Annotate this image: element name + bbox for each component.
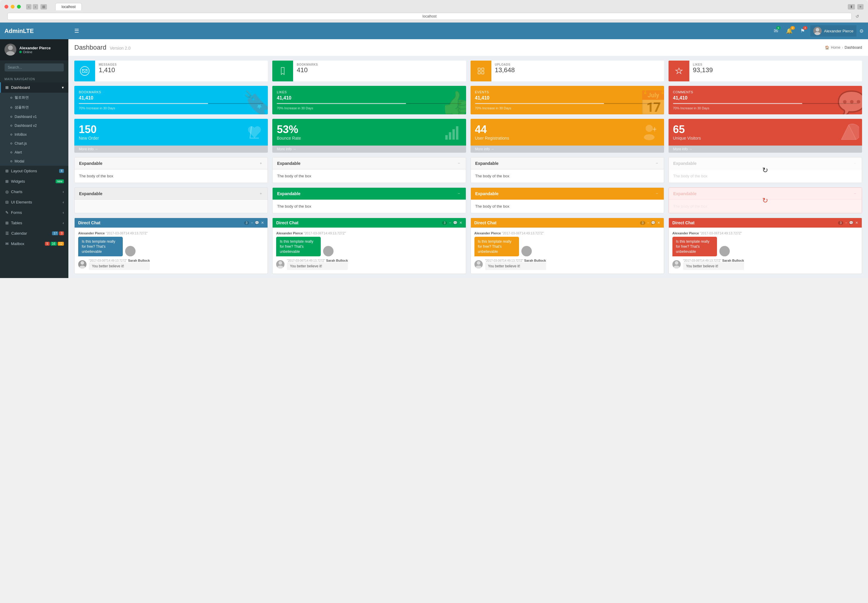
- direct-chat-1-header: Direct Chat 3 − 💬 ✕: [74, 218, 268, 228]
- stat-box-likes-progress-bar: [277, 103, 461, 104]
- sidebar-item-mailbox[interactable]: ✉ Mailbox 5 16 12: [0, 238, 68, 249]
- bounce-bg-icon: [442, 122, 463, 145]
- breadcrumb-home[interactable]: Home: [831, 45, 840, 49]
- breadcrumb-sep: ›: [842, 45, 843, 49]
- mailbox-icon: ✉: [5, 241, 9, 246]
- notifications-btn[interactable]: 🔔 2: [784, 26, 795, 36]
- navbar-user[interactable]: Alexander Pierce: [810, 25, 856, 37]
- connect-btn[interactable]: ⚙: [859, 28, 863, 34]
- search-input[interactable]: [5, 63, 64, 71]
- chat-2-reply-row: "2017-03-06T14:49:13.727Z" Sarah Bullock…: [276, 259, 462, 270]
- sidebar-item-forms[interactable]: ✎ Forms ‹: [0, 207, 68, 218]
- chat-4-close-btn[interactable]: ✕: [855, 221, 858, 225]
- expandable-box-1-expand-btn[interactable]: +: [259, 161, 264, 166]
- browser-address-input[interactable]: [8, 13, 852, 20]
- chat-1-chat-btn[interactable]: 💬: [255, 221, 259, 225]
- sidebar-subitem-alert[interactable]: Alert: [0, 148, 68, 157]
- expandable-box-4: Expandable − The body of the box ↻: [668, 157, 862, 183]
- browser-reload-btn[interactable]: ↺: [854, 13, 860, 19]
- expandable-box-2-body: The body of the box: [273, 169, 465, 183]
- flags-btn[interactable]: ⚑ 4: [798, 26, 808, 36]
- sidebar-item-tables[interactable]: ⊞ Tables ‹: [0, 218, 68, 228]
- chat-3-minimize-btn[interactable]: −: [647, 221, 649, 225]
- sidebar-user-info: Alexander Pierce Online: [19, 46, 51, 54]
- browser-minimize-btn[interactable]: [11, 5, 15, 9]
- expandable-box-3-collapse-btn[interactable]: −: [654, 161, 659, 166]
- chat-2-close-btn[interactable]: ✕: [459, 221, 462, 225]
- sidebar-subitem-dashboard-v2[interactable]: Dashboard v2: [0, 121, 68, 130]
- big-stat-bounce-footer[interactable]: More info →: [272, 145, 466, 153]
- big-stat-bounce-label: Bounce Rate: [277, 136, 461, 141]
- sidebar-subitem-sample[interactable]: 샘플화면: [0, 102, 68, 112]
- sidebar-item-calendar[interactable]: ☰ Calendar 17 3: [0, 228, 68, 238]
- chat-1-minimize-btn[interactable]: −: [251, 221, 253, 225]
- expandable-box-5-expand-btn[interactable]: +: [259, 191, 264, 196]
- sidebar-item-ui-elements[interactable]: ⊟ UI Elements ‹: [0, 197, 68, 207]
- browser-back-btn[interactable]: ‹: [26, 4, 31, 9]
- browser-forward-btn[interactable]: ›: [33, 4, 38, 9]
- big-stat-reg-footer[interactable]: More info →: [471, 145, 664, 153]
- expandable-box-7: Expandable − The body of the box: [471, 187, 664, 213]
- browser-close-btn[interactable]: [5, 5, 8, 9]
- sidebar-subitem-infobox[interactable]: InfoBox: [0, 130, 68, 139]
- sidebar-item-layout-left: ⊞ Layout Options: [5, 169, 37, 173]
- visitors-footer-text: More info →: [673, 147, 692, 151]
- chat-3-close-btn[interactable]: ✕: [657, 221, 660, 225]
- direct-chat-3-title: Direct Chat: [474, 220, 497, 225]
- info-box-bookmarks-content: BOOKMARKS 410: [293, 60, 466, 81]
- expandable-box-5-header: Expandable +: [74, 188, 268, 199]
- browser-maximize-btn[interactable]: [17, 5, 21, 9]
- sub-circle-icon: [11, 152, 12, 153]
- svg-point-27: [523, 253, 530, 256]
- sidebar-item-layout[interactable]: ⊞ Layout Options 4: [0, 166, 68, 176]
- direct-chat-1-body: Alexander Pierce "2017-03-06T14:49:13.72…: [74, 228, 268, 274]
- expandable-box-6-collapse-btn[interactable]: −: [457, 191, 461, 196]
- sidebar-subitem-hello[interactable]: 헬로화면: [0, 93, 68, 102]
- sidebar: AdminLTE Alexander Pierce Online MAIN NA…: [0, 23, 68, 278]
- direct-chat-4-tools: 3 − 💬 ✕: [838, 221, 858, 225]
- sidebar-item-dashboard[interactable]: ⊞ Dashboard ▾: [0, 82, 68, 93]
- navbar-toggle-btn[interactable]: ☰: [73, 26, 81, 36]
- messages-badge: 6: [776, 26, 781, 30]
- sidebar-label-dashboard: Dashboard: [11, 85, 30, 90]
- chat-2-minimize-btn[interactable]: −: [449, 221, 451, 225]
- svg-point-32: [675, 261, 678, 265]
- sidebar-subitem-modal[interactable]: Modal: [0, 157, 68, 166]
- sidebar-subitem-chartjs[interactable]: Chart.js: [0, 139, 68, 148]
- browser-share-btn[interactable]: ⬆: [848, 4, 855, 9]
- browser-tab[interactable]: localhost: [55, 3, 82, 11]
- browser-grid-btn[interactable]: ⊞: [40, 4, 47, 9]
- big-stat-orders-footer[interactable]: More info →: [74, 145, 268, 153]
- expandable-box-2-title: Expandable: [277, 161, 301, 166]
- stat-box-events-progress-bar: [475, 103, 660, 104]
- svg-point-25: [277, 266, 283, 269]
- calendar-badges: 17 3: [52, 231, 64, 235]
- expandable-box-5-tools: +: [259, 191, 264, 196]
- chevron-right-icon: ‹: [63, 190, 64, 194]
- chat-1-close-btn[interactable]: ✕: [261, 221, 264, 225]
- expandable-box-8: Expandable − The body of the box ↻: [668, 187, 862, 213]
- chat-3-chat-btn[interactable]: 💬: [651, 221, 656, 225]
- sidebar-label-ui: UI Elements: [11, 200, 32, 204]
- chat-3-meta: Alexander Pierce "2017-03-06T14:49:13.72…: [474, 231, 660, 235]
- big-stat-box-bounce-body: 53% Bounce Rate: [272, 119, 466, 145]
- sidebar-subitem-dashboard-v1[interactable]: Dashboard v1: [0, 112, 68, 121]
- chat-4-minimize-btn[interactable]: −: [845, 221, 847, 225]
- expandable-box-2-collapse-btn[interactable]: −: [457, 161, 461, 166]
- chat-2-chat-btn[interactable]: 💬: [453, 221, 457, 225]
- browser-new-tab-btn[interactable]: +: [857, 4, 863, 9]
- stat-box-comments-desc: 70% Increase in 30 Days: [673, 106, 857, 110]
- chat-1-avatar: [125, 246, 136, 256]
- messages-btn[interactable]: ✉ 6: [771, 26, 781, 36]
- chat-4-timestamp: "2017-03-06T14:49:13.727Z": [700, 231, 742, 235]
- sidebar-item-charts[interactable]: ◎ Charts ‹: [0, 187, 68, 197]
- big-stat-visitors-footer[interactable]: More info →: [668, 145, 862, 153]
- chat-4-chat-btn[interactable]: 💬: [849, 221, 853, 225]
- expandable-box-7-collapse-btn[interactable]: −: [654, 191, 659, 196]
- svg-point-19: [127, 253, 134, 256]
- breadcrumb: 🏠 Home › Dashboard: [825, 45, 862, 49]
- sidebar-item-widgets[interactable]: ⊞ Widgets new: [0, 176, 68, 187]
- chat-3-badge: 3: [640, 221, 645, 225]
- expandable-box-3: Expandable − The body of the box: [471, 157, 664, 183]
- svg-point-15: [644, 134, 654, 140]
